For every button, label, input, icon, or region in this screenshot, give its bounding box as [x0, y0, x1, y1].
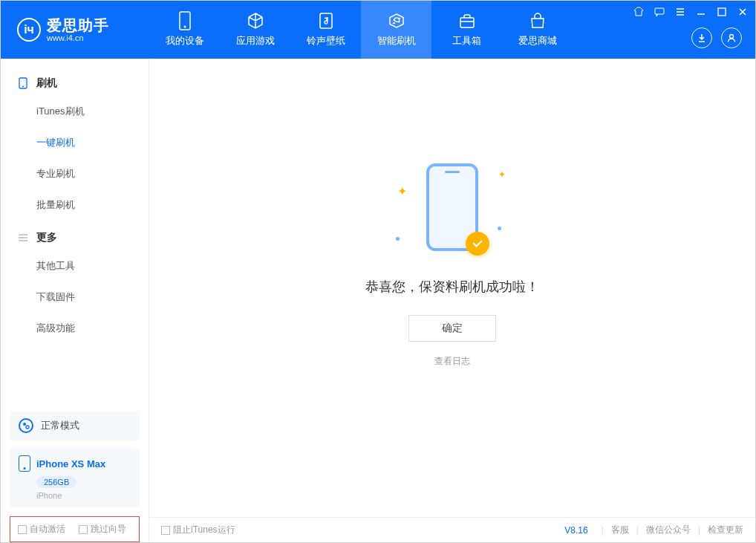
nav-label: 爱思商城 [518, 34, 557, 48]
checkbox-row: 自动激活 跳过向导 [10, 516, 140, 542]
nav-tab-ringtones[interactable]: 铃声壁纸 [290, 1, 361, 59]
sidebar-item-oneclick-flash[interactable]: 一键刷机 [1, 127, 149, 158]
view-log-link[interactable]: 查看日志 [434, 355, 470, 368]
sidebar-item-itunes-flash[interactable]: iTunes刷机 [1, 96, 149, 127]
sidebar-item-advanced[interactable]: 高级功能 [1, 313, 149, 344]
download-button[interactable] [691, 27, 712, 48]
nav-label: 我的设备 [166, 34, 204, 48]
nav-label: 工具箱 [452, 34, 481, 48]
dot-icon [396, 237, 400, 241]
app-window: iч 爱思助手 www.i4.cn 我的设备 应用游戏 铃声壁纸 智能刷机 [0, 0, 756, 543]
success-illustration: ✦ ✦ [393, 163, 512, 260]
svg-point-1 [183, 26, 186, 28]
store-icon [529, 12, 547, 30]
svg-point-9 [23, 423, 26, 426]
mode-icon [19, 418, 33, 433]
device-type: iPhone [36, 491, 131, 500]
device-capacity: 256GB [36, 476, 76, 488]
logo: iч 爱思助手 www.i4.cn [1, 1, 149, 59]
section-title: 刷机 [36, 77, 57, 90]
sidebar-section-flash: 刷机 [1, 66, 149, 96]
nav-label: 应用游戏 [236, 34, 275, 48]
header: iч 爱思助手 www.i4.cn 我的设备 应用游戏 铃声壁纸 智能刷机 [1, 1, 755, 59]
tshirt-icon[interactable] [632, 5, 645, 19]
sidebar-bottom: 正常模式 iPhone XS Max 256GB iPhone [1, 411, 149, 516]
device-icon [19, 455, 30, 472]
maximize-button[interactable] [715, 5, 729, 19]
checkbox-label: 跳过向导 [91, 524, 126, 534]
checkbox-label: 自动激活 [30, 524, 65, 534]
svg-point-6 [730, 35, 734, 39]
close-button[interactable] [736, 5, 749, 19]
checkbox-skip-guide[interactable]: 跳过向导 [79, 523, 126, 536]
device-name: iPhone XS Max [36, 458, 105, 469]
footer-link-wechat[interactable]: 微信公众号 [646, 524, 691, 536]
feedback-icon[interactable] [653, 5, 666, 19]
sidebar-section-more: 更多 [1, 221, 149, 250]
refresh-icon [388, 12, 405, 30]
sidebar-scroll: 刷机 iTunes刷机 一键刷机 专业刷机 批量刷机 更多 其他工具 下载固件 … [1, 59, 149, 411]
mode-label: 正常模式 [41, 419, 79, 432]
logo-icon: iч [17, 18, 41, 42]
sidebar: 刷机 iTunes刷机 一键刷机 专业刷机 批量刷机 更多 其他工具 下载固件 … [1, 59, 149, 542]
menu-icon[interactable] [674, 5, 687, 19]
window-controls [632, 5, 749, 19]
content: ✦ ✦ 恭喜您，保资料刷机成功啦！ 确定 查看日志 [149, 59, 755, 517]
svg-point-10 [26, 426, 29, 429]
svg-rect-5 [718, 8, 726, 16]
phone-icon [17, 77, 29, 89]
music-icon [317, 12, 335, 30]
minimize-button[interactable] [694, 5, 708, 19]
nav-tabs: 我的设备 应用游戏 铃声壁纸 智能刷机 工具箱 爱思商城 [149, 1, 573, 59]
svg-rect-3 [460, 18, 474, 27]
nav-label: 铃声壁纸 [307, 34, 345, 48]
sparkle-icon: ✦ [498, 169, 506, 180]
body: 刷机 iTunes刷机 一键刷机 专业刷机 批量刷机 更多 其他工具 下载固件 … [1, 59, 755, 542]
cube-icon [247, 12, 264, 30]
footer: 阻止iTunes运行 V8.16 | 客服 | 微信公众号 | 检查更新 [149, 517, 755, 542]
device-icon [176, 12, 194, 30]
footer-link-support[interactable]: 客服 [611, 524, 629, 536]
sidebar-item-download-firmware[interactable]: 下载固件 [1, 282, 149, 313]
checkbox-label: 阻止iTunes运行 [173, 524, 235, 535]
footer-link-update[interactable]: 检查更新 [708, 524, 743, 536]
sidebar-item-batch-flash[interactable]: 批量刷机 [1, 189, 149, 221]
nav-tab-store[interactable]: 爱思商城 [502, 1, 573, 59]
toolbox-icon [458, 12, 476, 30]
nav-tab-device[interactable]: 我的设备 [149, 1, 220, 59]
nav-label: 智能刷机 [377, 34, 416, 48]
svg-rect-4 [655, 8, 664, 14]
nav-tab-toolbox[interactable]: 工具箱 [431, 1, 502, 59]
section-title: 更多 [36, 231, 57, 244]
svg-point-8 [22, 86, 24, 88]
main: ✦ ✦ 恭喜您，保资料刷机成功啦！ 确定 查看日志 阻止iTunes运行 [149, 59, 755, 542]
app-name-en: www.i4.cn [47, 33, 109, 42]
list-icon [17, 232, 29, 244]
checkbox-auto-activate[interactable]: 自动激活 [18, 523, 65, 536]
nav-tab-flash[interactable]: 智能刷机 [361, 1, 431, 59]
header-actions [691, 27, 742, 48]
sidebar-item-other-tools[interactable]: 其他工具 [1, 250, 149, 282]
sparkle-icon: ✦ [397, 184, 407, 198]
success-message: 恭喜您，保资料刷机成功啦！ [365, 278, 539, 296]
nav-tab-apps[interactable]: 应用游戏 [220, 1, 290, 59]
sidebar-item-pro-flash[interactable]: 专业刷机 [1, 158, 149, 189]
check-badge-icon [466, 232, 489, 256]
app-name-cn: 爱思助手 [47, 17, 109, 33]
ok-button[interactable]: 确定 [408, 315, 496, 342]
user-button[interactable] [721, 27, 742, 48]
dot-icon [498, 227, 501, 230]
version-label: V8.16 [564, 525, 587, 536]
mode-card[interactable]: 正常模式 [10, 411, 140, 440]
checkbox-block-itunes[interactable]: 阻止iTunes运行 [161, 524, 235, 536]
device-card[interactable]: iPhone XS Max 256GB iPhone [10, 448, 140, 507]
